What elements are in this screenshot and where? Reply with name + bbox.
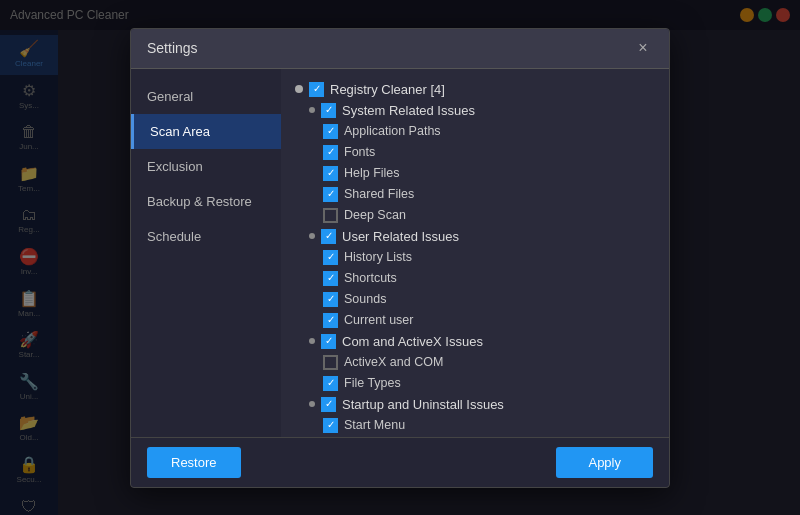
cb-registry-cleaner[interactable] [309, 82, 324, 97]
cb-user-related[interactable] [321, 229, 336, 244]
check-sounds[interactable]: Sounds [295, 289, 655, 310]
cb-app-paths[interactable] [323, 124, 338, 139]
dot-icon-4 [309, 338, 315, 344]
cb-shared-files[interactable] [323, 187, 338, 202]
nav-item-backup-restore[interactable]: Backup & Restore [131, 184, 281, 219]
cb-help-files[interactable] [323, 166, 338, 181]
check-help-files[interactable]: Help Files [295, 163, 655, 184]
nav-item-general[interactable]: General [131, 79, 281, 114]
dialog-footer: Restore Apply [131, 437, 669, 487]
check-start-menu[interactable]: Start Menu [295, 415, 655, 436]
label-fonts: Fonts [344, 145, 375, 159]
check-registry-cleaner[interactable]: Registry Cleaner [4] [295, 79, 655, 100]
label-file-types: File Types [344, 376, 401, 390]
label-shortcuts: Shortcuts [344, 271, 397, 285]
label-sounds: Sounds [344, 292, 386, 306]
check-activex-com[interactable]: ActiveX and COM [295, 352, 655, 373]
nav-item-scan-area[interactable]: Scan Area [131, 114, 281, 149]
check-file-types[interactable]: File Types [295, 373, 655, 394]
modal-overlay: Settings × General Scan Area Exclusion B… [0, 0, 800, 515]
label-user-related: User Related Issues [342, 229, 459, 244]
check-startup-uninstall[interactable]: Startup and Uninstall Issues [295, 394, 655, 415]
restore-button[interactable]: Restore [147, 447, 241, 478]
check-app-paths[interactable]: Application Paths [295, 121, 655, 142]
dot-icon-2 [309, 107, 315, 113]
cb-sounds[interactable] [323, 292, 338, 307]
check-history-lists[interactable]: History Lists [295, 247, 655, 268]
check-shortcuts[interactable]: Shortcuts [295, 268, 655, 289]
cb-current-user[interactable] [323, 313, 338, 328]
nav-item-exclusion[interactable]: Exclusion [131, 149, 281, 184]
label-deep-scan: Deep Scan [344, 208, 406, 222]
dialog-titlebar: Settings × [131, 29, 669, 69]
label-shared-files: Shared Files [344, 187, 414, 201]
check-com-activex[interactable]: Com and ActiveX Issues [295, 331, 655, 352]
cb-file-types[interactable] [323, 376, 338, 391]
cb-fonts[interactable] [323, 145, 338, 160]
label-start-menu: Start Menu [344, 418, 405, 432]
nav-item-schedule[interactable]: Schedule [131, 219, 281, 254]
cb-shortcuts[interactable] [323, 271, 338, 286]
check-fonts[interactable]: Fonts [295, 142, 655, 163]
cb-history-lists[interactable] [323, 250, 338, 265]
check-user-related[interactable]: User Related Issues [295, 226, 655, 247]
settings-dialog: Settings × General Scan Area Exclusion B… [130, 28, 670, 488]
check-deep-scan[interactable]: Deep Scan [295, 205, 655, 226]
label-registry-cleaner: Registry Cleaner [4] [330, 82, 445, 97]
cb-start-menu[interactable] [323, 418, 338, 433]
dot-icon-5 [309, 401, 315, 407]
label-com-activex: Com and ActiveX Issues [342, 334, 483, 349]
check-system-related[interactable]: System Related Issues [295, 100, 655, 121]
check-shared-files[interactable]: Shared Files [295, 184, 655, 205]
label-startup-uninstall: Startup and Uninstall Issues [342, 397, 504, 412]
dot-icon [295, 85, 303, 93]
dialog-title: Settings [147, 40, 198, 56]
apply-button[interactable]: Apply [556, 447, 653, 478]
cb-deep-scan[interactable] [323, 208, 338, 223]
dialog-body: General Scan Area Exclusion Backup & Res… [131, 69, 669, 437]
cb-com-activex[interactable] [321, 334, 336, 349]
dialog-nav: General Scan Area Exclusion Backup & Res… [131, 69, 281, 437]
label-history-lists: History Lists [344, 250, 412, 264]
label-current-user: Current user [344, 313, 413, 327]
label-activex-com: ActiveX and COM [344, 355, 443, 369]
cb-activex-com[interactable] [323, 355, 338, 370]
cb-system-related[interactable] [321, 103, 336, 118]
check-current-user[interactable]: Current user [295, 310, 655, 331]
dialog-close-button[interactable]: × [633, 38, 653, 58]
label-help-files: Help Files [344, 166, 400, 180]
cb-startup-uninstall[interactable] [321, 397, 336, 412]
label-system-related: System Related Issues [342, 103, 475, 118]
dialog-content[interactable]: Registry Cleaner [4] System Related Issu… [281, 69, 669, 437]
label-app-paths: Application Paths [344, 124, 441, 138]
dot-icon-3 [309, 233, 315, 239]
